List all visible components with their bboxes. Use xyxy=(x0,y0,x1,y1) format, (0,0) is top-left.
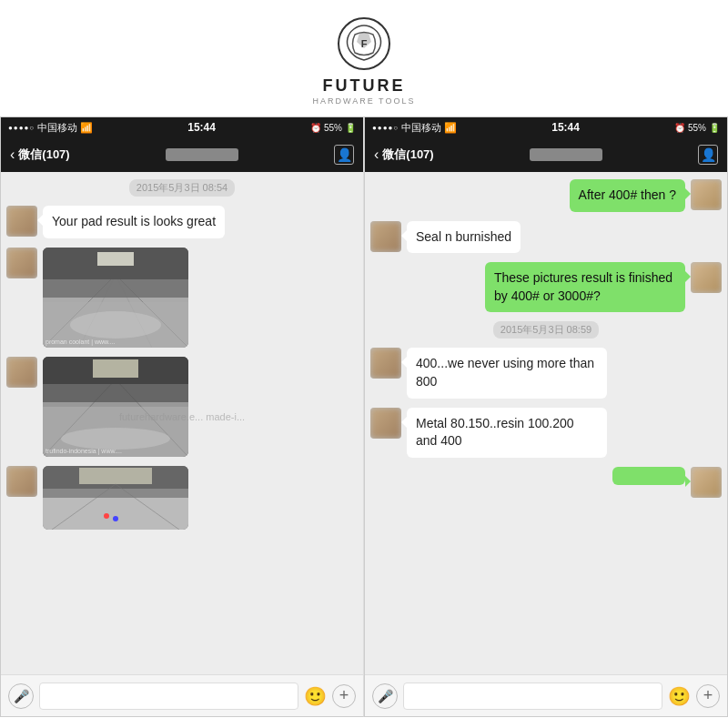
contact-icon[interactable]: 👤 xyxy=(334,145,354,165)
right-msg-5-row: Metal 80.150..resin 100.200 and 400 xyxy=(370,408,722,458)
svg-text:F: F xyxy=(361,38,368,49)
right-bubble-6 xyxy=(612,467,685,485)
wifi-icon: 📶 xyxy=(80,122,93,134)
right-bubble-4: 400...we never using more than 800 xyxy=(407,348,607,398)
battery-icon: 🔋 xyxy=(345,123,356,133)
left-msg-1-row: After 400# then ? Your pad result is loo… xyxy=(6,206,358,238)
emoji-button-left[interactable]: 🙂 xyxy=(304,685,327,707)
right-timestamp: 2015年5月3日 08:59 xyxy=(493,321,599,339)
right-battery-pct: 55% xyxy=(688,123,706,133)
right-msg-1-row: After 400# then ? xyxy=(370,179,722,212)
left-nav-bar: ‹ 微信(107) 👤 xyxy=(1,137,363,172)
left-chat-area: 2015年5月3日 08:54 After 400# then ? Your p… xyxy=(1,172,363,674)
chat-input-right[interactable] xyxy=(403,682,662,710)
alarm-icon: ⏰ xyxy=(310,123,321,133)
right-avatar-2 xyxy=(370,221,401,252)
right-contact-icon[interactable]: 👤 xyxy=(698,145,718,165)
left-avatar-img2 xyxy=(6,357,37,388)
right-bubble-1: After 400# then ? xyxy=(570,179,685,212)
right-status-bar: ●●●●○ 中国移动 📶 15:44 ⏰ 55% 🔋 xyxy=(365,117,727,137)
right-time-label: 15:44 xyxy=(551,121,580,134)
right-nav-title-label: 微信(107) xyxy=(382,147,433,163)
right-msg-6-row xyxy=(370,467,722,498)
right-battery-icon: 🔋 xyxy=(709,123,720,133)
left-timestamp: 2015年5月3日 08:54 xyxy=(129,179,235,197)
right-nav-bar: ‹ 微信(107) 👤 xyxy=(365,137,727,172)
mic-button-right[interactable]: 🎤 xyxy=(372,683,398,709)
right-signal-dots: ●●●●○ xyxy=(372,124,399,132)
right-avatar-4 xyxy=(370,348,401,379)
brand-logo-icon: F xyxy=(337,16,391,71)
right-carrier-label: 中国移动 xyxy=(401,121,441,135)
right-msg-3-row: These pictures result is finished by 400… xyxy=(370,262,722,312)
right-contact-name-blur xyxy=(530,148,602,161)
svg-point-27 xyxy=(113,516,118,521)
right-avatar-3 xyxy=(691,262,722,293)
svg-point-11 xyxy=(70,311,161,339)
left-img-3-row xyxy=(6,466,358,530)
chat-input-left[interactable] xyxy=(39,682,298,710)
battery-pct: 55% xyxy=(324,123,342,133)
chat-image-1[interactable]: proman coolant | www.... xyxy=(43,248,188,348)
phones-row: ●●●●○ 中国移动 📶 15:44 ⏰ 55% 🔋 ‹ 微信(107) 👤 2… xyxy=(0,116,728,717)
svg-point-26 xyxy=(104,513,109,519)
add-button-left[interactable]: + xyxy=(332,684,356,708)
left-avatar-1 xyxy=(6,206,37,237)
right-bottom-bar: 🎤 🙂 + xyxy=(365,674,727,716)
right-bubble-2: Seal n burnished xyxy=(407,221,521,254)
contact-name-blur xyxy=(166,148,238,161)
right-bubble-5: Metal 80.150..resin 100.200 and 400 xyxy=(407,408,607,458)
svg-rect-9 xyxy=(97,252,134,266)
right-alarm-icon: ⏰ xyxy=(674,123,685,133)
logo-area: F FUTURE HARDWARE TOOLS xyxy=(0,0,728,116)
left-bubble-1: After 400# then ? Your pad result is loo… xyxy=(43,206,225,238)
right-back-arrow-icon: ‹ xyxy=(374,147,379,163)
back-arrow-icon: ‹ xyxy=(10,147,15,163)
right-bubble-3: These pictures result is finished by 400… xyxy=(485,262,685,312)
left-phone-panel: ●●●●○ 中国移动 📶 15:44 ⏰ 55% 🔋 ‹ 微信(107) 👤 2… xyxy=(0,116,364,717)
add-button-right[interactable]: + xyxy=(696,684,720,708)
left-img-2-row: trufindo-indonesia | www.... xyxy=(6,357,358,457)
nav-title-label: 微信(107) xyxy=(18,147,69,163)
chat-image-2[interactable]: trufindo-indonesia | www.... xyxy=(43,357,188,457)
left-avatar-img1 xyxy=(6,248,37,278)
brand-name: FUTURE xyxy=(323,76,406,96)
time-label: 15:44 xyxy=(187,121,216,134)
back-button[interactable]: ‹ 微信(107) xyxy=(10,147,70,163)
right-avatar-5 xyxy=(370,408,401,439)
svg-rect-23 xyxy=(79,468,152,484)
left-img-1-row: proman coolant | www.... xyxy=(6,248,358,348)
mic-button-left[interactable]: 🎤 xyxy=(8,683,34,709)
right-phone-panel: ●●●●○ 中国移动 📶 15:44 ⏰ 55% 🔋 ‹ 微信(107) 👤 xyxy=(364,116,728,717)
right-chat-area: After 400# then ? Seal n burnished These… xyxy=(365,172,727,674)
left-avatar-img3 xyxy=(6,466,37,497)
svg-rect-17 xyxy=(93,359,138,378)
svg-point-19 xyxy=(61,428,170,450)
emoji-button-right[interactable]: 🙂 xyxy=(668,685,691,707)
chat-image-3[interactable] xyxy=(43,466,188,530)
right-avatar-6 xyxy=(691,467,722,498)
left-status-bar: ●●●●○ 中国移动 📶 15:44 ⏰ 55% 🔋 xyxy=(1,117,363,137)
right-wifi-icon: 📶 xyxy=(444,122,457,134)
right-msg-2-row: Seal n burnished xyxy=(370,221,722,254)
right-back-button[interactable]: ‹ 微信(107) xyxy=(374,147,434,163)
left-bottom-bar: 🎤 🙂 + xyxy=(1,674,363,716)
right-msg-4-row: 400...we never using more than 800 xyxy=(370,348,722,398)
signal-dots: ●●●●○ xyxy=(8,124,35,132)
svg-rect-21 xyxy=(43,498,188,530)
right-avatar-1 xyxy=(691,179,722,210)
brand-sub: HARDWARE TOOLS xyxy=(313,96,416,106)
carrier-label: 中国移动 xyxy=(37,121,77,135)
